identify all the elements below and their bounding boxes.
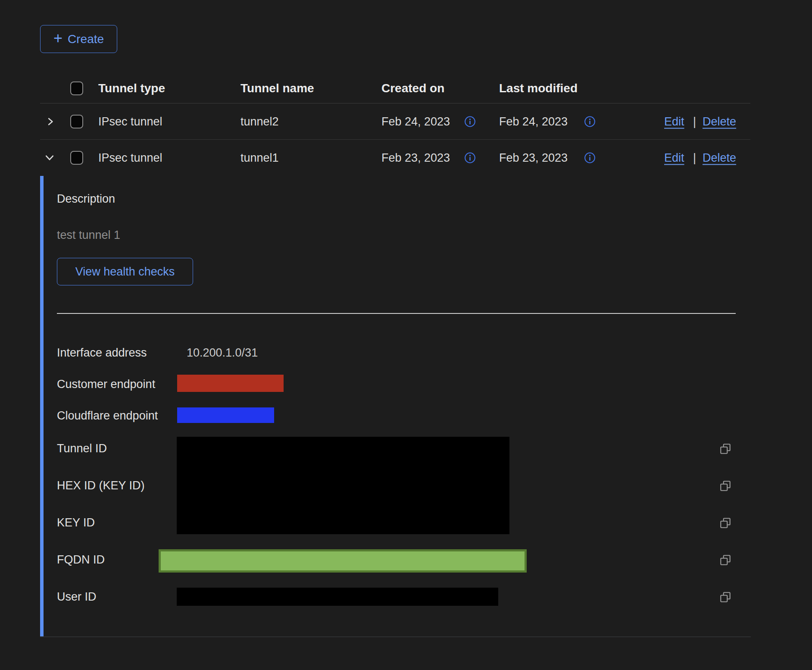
section-divider bbox=[57, 313, 736, 314]
view-health-checks-button[interactable]: View health checks bbox=[57, 258, 193, 285]
column-header-created-on: Created on bbox=[381, 81, 444, 95]
interface-address-value: 10.200.1.0/31 bbox=[187, 346, 258, 360]
link-separator: | bbox=[693, 151, 696, 165]
copy-icon[interactable] bbox=[719, 442, 732, 455]
created-on-cell: Feb 23, 2023 bbox=[381, 151, 450, 165]
select-all-checkbox[interactable] bbox=[70, 81, 83, 95]
tunnel-name-cell: tunnel2 bbox=[240, 115, 279, 128]
create-button-label: Create bbox=[68, 32, 104, 46]
tunnel-id-hex-id-key-id-redacted-values bbox=[177, 437, 509, 534]
link-separator: | bbox=[693, 115, 696, 128]
customer-endpoint-label: Customer endpoint bbox=[57, 378, 155, 391]
customer-endpoint-redacted-value bbox=[177, 375, 284, 392]
tunnel-type-cell: IPsec tunnel bbox=[98, 151, 162, 165]
user-id-label: User ID bbox=[57, 590, 97, 604]
collapse-chevron-down-icon[interactable] bbox=[44, 152, 55, 163]
fqdn-id-redacted-value bbox=[159, 549, 527, 573]
delete-link[interactable]: Delete bbox=[703, 151, 736, 165]
edit-link[interactable]: Edit bbox=[664, 151, 684, 165]
info-icon[interactable] bbox=[464, 116, 476, 128]
column-header-tunnel-type: Tunnel type bbox=[98, 81, 165, 95]
copy-icon[interactable] bbox=[719, 479, 732, 492]
expanded-row-accent-bar bbox=[40, 176, 44, 637]
expand-chevron-right-icon[interactable] bbox=[45, 116, 56, 127]
fqdn-id-label: FQDN ID bbox=[57, 553, 105, 567]
delete-link[interactable]: Delete bbox=[703, 115, 736, 128]
table-row: IPsec tunnel tunnel2 Feb 24, 2023 Feb 24… bbox=[40, 103, 750, 140]
table-bottom-divider bbox=[40, 636, 751, 637]
table-row: IPsec tunnel tunnel1 Feb 23, 2023 Feb 23… bbox=[40, 140, 750, 176]
tunnel-type-cell: IPsec tunnel bbox=[98, 115, 162, 128]
cloudflare-endpoint-redacted-value bbox=[177, 407, 274, 423]
key-id-label: KEY ID bbox=[57, 516, 95, 529]
copy-icon[interactable] bbox=[719, 591, 732, 604]
last-modified-cell: Feb 23, 2023 bbox=[499, 151, 568, 165]
create-button[interactable]: + Create bbox=[40, 25, 117, 53]
cloudflare-endpoint-label: Cloudflare endpoint bbox=[57, 409, 158, 423]
info-icon[interactable] bbox=[584, 116, 596, 128]
copy-icon[interactable] bbox=[719, 517, 732, 529]
info-icon[interactable] bbox=[584, 152, 596, 164]
copy-icon[interactable] bbox=[719, 554, 732, 567]
user-id-redacted-value bbox=[177, 588, 498, 606]
row-checkbox[interactable] bbox=[70, 115, 83, 128]
row-checkbox[interactable] bbox=[70, 151, 83, 165]
tunnel-name-cell: tunnel1 bbox=[240, 151, 279, 165]
column-header-last-modified: Last modified bbox=[499, 81, 578, 95]
tunnel-id-label: Tunnel ID bbox=[57, 442, 107, 455]
info-icon[interactable] bbox=[464, 152, 476, 164]
expanded-tunnel-panel: Description test tunnel 1 View health ch… bbox=[40, 176, 750, 637]
description-value: test tunnel 1 bbox=[57, 229, 120, 242]
description-label: Description bbox=[57, 192, 115, 206]
interface-address-label: Interface address bbox=[57, 346, 147, 360]
column-header-tunnel-name: Tunnel name bbox=[240, 81, 314, 95]
edit-link[interactable]: Edit bbox=[664, 115, 684, 128]
hex-id-label: HEX ID (KEY ID) bbox=[57, 479, 145, 492]
created-on-cell: Feb 24, 2023 bbox=[381, 115, 450, 128]
table-header-row: Tunnel type Tunnel name Created on Last … bbox=[40, 73, 750, 103]
last-modified-cell: Feb 24, 2023 bbox=[499, 115, 568, 128]
